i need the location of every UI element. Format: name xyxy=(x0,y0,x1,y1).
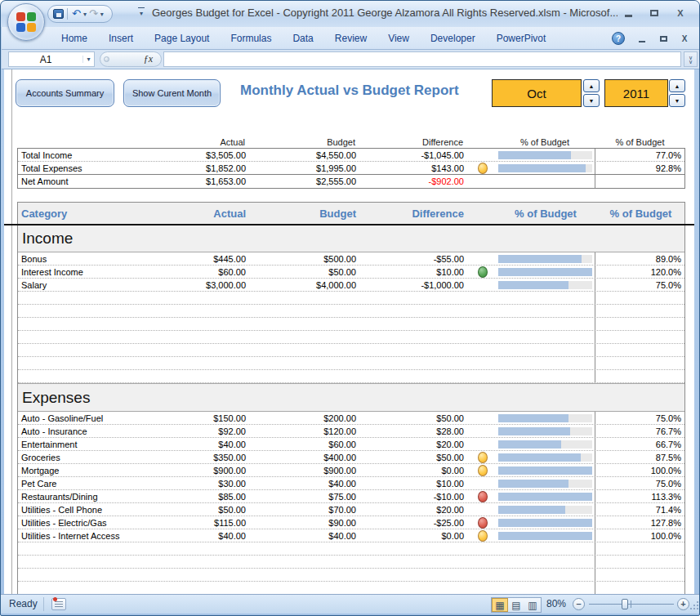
restore-button[interactable] xyxy=(644,6,665,20)
blank-row[interactable] xyxy=(18,542,684,556)
minimize-button[interactable] xyxy=(618,6,639,20)
cell-label[interactable] xyxy=(18,318,189,330)
cell-bar[interactable] xyxy=(496,149,595,161)
table-row[interactable]: Total Income$3,505.00$4,550.00-$1,045.00… xyxy=(18,149,684,162)
close-button[interactable]: X xyxy=(670,6,691,20)
cell-icon[interactable] xyxy=(469,490,496,502)
cell-budget[interactable]: $60.00 xyxy=(251,438,361,450)
cell-label[interactable]: Net Amount xyxy=(18,175,189,188)
cell-pct[interactable]: 75.0% xyxy=(595,279,686,291)
normal-view-button[interactable]: ▦ xyxy=(492,598,508,612)
header-pct-budget-bar[interactable]: % of Budget xyxy=(496,203,595,224)
cell-actual[interactable] xyxy=(189,357,251,369)
cell-budget[interactable]: $500.00 xyxy=(251,252,361,265)
tab-powerpivot[interactable]: PowerPivot xyxy=(486,29,557,48)
cell-budget[interactable]: $4,550.00 xyxy=(251,149,361,161)
cell-difference[interactable]: $0.00 xyxy=(361,464,469,476)
cell-difference[interactable]: $20.00 xyxy=(361,503,469,516)
year-selector[interactable]: 2011 xyxy=(604,79,668,107)
redo-button[interactable]: ↷ xyxy=(88,6,99,22)
cell-difference[interactable]: -$1,045.00 xyxy=(361,149,469,161)
show-current-month-button[interactable]: Show Curent Month xyxy=(123,79,221,107)
cell-icon[interactable] xyxy=(469,331,496,343)
header-difference[interactable]: Difference xyxy=(361,203,469,224)
table-row[interactable]: Pet Care$30.00$40.00$10.0075.0% xyxy=(18,477,684,490)
cell-pct[interactable] xyxy=(595,292,686,304)
year-spin-down-button[interactable]: ▼ xyxy=(669,94,685,107)
cell-icon[interactable] xyxy=(469,569,496,581)
cell-icon[interactable] xyxy=(469,503,496,516)
cell-icon[interactable] xyxy=(469,582,496,594)
year-spin-up-button[interactable]: ▲ xyxy=(669,79,685,92)
cell-difference[interactable]: $0.00 xyxy=(361,529,469,542)
blank-row[interactable] xyxy=(18,357,684,370)
cell-actual[interactable]: $150.00 xyxy=(189,412,251,424)
blank-row[interactable] xyxy=(18,305,684,318)
cell-difference[interactable] xyxy=(361,370,469,382)
cell-bar[interactable] xyxy=(496,516,595,529)
cell-bar[interactable] xyxy=(496,425,595,437)
cell-icon[interactable] xyxy=(469,252,496,265)
cell-icon[interactable] xyxy=(469,529,496,542)
cell-budget[interactable]: $40.00 xyxy=(251,477,361,489)
cell-bar[interactable] xyxy=(496,266,595,278)
cell-pct[interactable] xyxy=(595,370,686,382)
cell-label[interactable]: Groceries xyxy=(18,451,189,463)
macro-record-icon[interactable] xyxy=(51,598,66,610)
table-row[interactable]: Interest Income$60.00$50.00$10.00120.0% xyxy=(18,266,684,279)
blank-row[interactable] xyxy=(18,318,684,331)
cell-budget[interactable]: $200.00 xyxy=(251,412,361,424)
cell-difference[interactable]: -$902.00 xyxy=(361,175,469,188)
tab-developer[interactable]: Developer xyxy=(420,29,486,48)
cell-difference[interactable]: -$25.00 xyxy=(361,516,469,529)
cell-bar[interactable] xyxy=(496,556,595,568)
cell-difference[interactable] xyxy=(361,542,469,555)
zoom-in-button[interactable]: + xyxy=(677,598,689,610)
cell-icon[interactable] xyxy=(469,357,496,369)
cell-budget[interactable] xyxy=(251,344,361,356)
section-header-expenses[interactable]: Expenses xyxy=(18,383,684,412)
cell-pct[interactable] xyxy=(595,344,686,356)
cell-label[interactable]: Mortgage xyxy=(18,464,189,476)
workbook-close-button[interactable]: X xyxy=(677,33,692,44)
cell-actual[interactable]: $30.00 xyxy=(189,477,251,489)
cell-bar[interactable] xyxy=(496,252,595,265)
accounts-summary-button[interactable]: Accounts Summary xyxy=(16,79,114,107)
cell-pct[interactable]: 75.0% xyxy=(595,477,686,489)
formula-input[interactable] xyxy=(163,51,681,67)
cell-budget[interactable] xyxy=(251,370,361,382)
cell-bar[interactable] xyxy=(496,503,595,516)
cell-bar[interactable] xyxy=(496,175,595,188)
cell-bar[interactable] xyxy=(496,162,595,174)
cell-budget[interactable]: $1,995.00 xyxy=(251,162,361,174)
cell-label[interactable]: Auto - Gasoline/Fuel xyxy=(18,412,189,424)
cell-icon[interactable] xyxy=(469,477,496,489)
table-row[interactable]: Total Expenses$1,852.00$1,995.00$143.009… xyxy=(18,162,684,175)
cell-actual[interactable]: $3,505.00 xyxy=(189,149,251,161)
cell-difference[interactable] xyxy=(361,318,469,330)
cell-budget[interactable]: $50.00 xyxy=(251,266,361,278)
cell-label[interactable] xyxy=(18,569,189,581)
cell-label[interactable] xyxy=(18,305,189,317)
cell-bar[interactable] xyxy=(496,451,595,463)
cell-difference[interactable] xyxy=(361,556,469,568)
cell-icon[interactable] xyxy=(469,412,496,424)
cell-budget[interactable]: $900.00 xyxy=(251,464,361,476)
cell-label[interactable]: Total Income xyxy=(18,149,189,161)
redo-dropdown-icon[interactable]: ▾ xyxy=(99,11,105,18)
cell-actual[interactable]: $350.00 xyxy=(189,451,251,463)
cell-actual[interactable] xyxy=(189,331,251,343)
cell-budget[interactable]: $4,000.00 xyxy=(251,279,361,291)
cell-pct[interactable] xyxy=(595,357,686,369)
cell-budget[interactable] xyxy=(251,318,361,330)
cell-bar[interactable] xyxy=(496,279,595,291)
table-row[interactable]: Groceries$350.00$400.00$50.0087.5% xyxy=(18,451,684,464)
tab-page-layout[interactable]: Page Layout xyxy=(144,29,220,48)
cell-budget[interactable]: $90.00 xyxy=(251,516,361,529)
header-blank[interactable] xyxy=(17,136,189,148)
header-pct-budget[interactable]: % of Budget xyxy=(595,136,685,148)
cell-icon[interactable] xyxy=(469,292,496,304)
cell-label[interactable] xyxy=(18,582,189,594)
blank-row[interactable] xyxy=(18,556,684,569)
cell-difference[interactable]: $10.00 xyxy=(361,266,469,278)
